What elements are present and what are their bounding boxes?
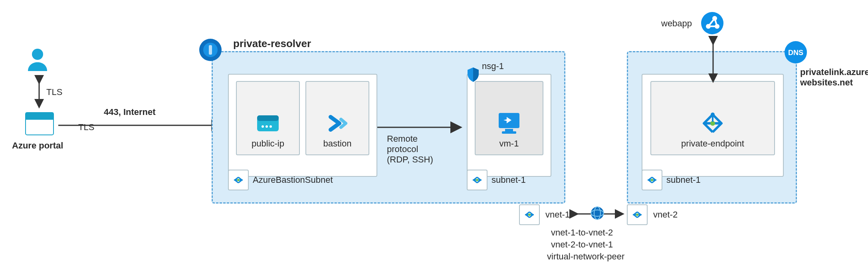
peering-b: vnet-2-to-vnet-1	[551, 239, 613, 250]
svg-point-11	[266, 125, 268, 128]
dns-badge-icon: DNS	[784, 40, 808, 64]
vnet1-subnet1-box: vm-1 nsg-1 subnet-1	[467, 74, 551, 177]
svg-rect-16	[505, 129, 513, 131]
vnet2-tag: vnet-2	[627, 204, 678, 225]
vm-icon	[495, 110, 523, 135]
portal-icon	[25, 112, 54, 136]
svg-rect-7	[209, 45, 212, 55]
arrow-bastion-to-vm	[377, 123, 465, 132]
private-resolver-title: private-resolver	[233, 38, 311, 50]
private-resolver-badge-icon	[198, 38, 222, 62]
svg-rect-3	[26, 113, 54, 120]
bastion-icon	[323, 111, 352, 135]
peering-a: vnet-1-to-vnet-2	[551, 227, 613, 238]
svg-point-31	[701, 12, 723, 34]
azure-bastion-subnet-box: public-ip bastion AzureBastionSubnet	[228, 74, 377, 177]
svg-rect-9	[257, 115, 279, 121]
bastion-card: bastion	[305, 81, 369, 155]
svg-point-19	[528, 214, 531, 216]
webapp-icon	[700, 10, 725, 36]
svg-point-10	[262, 125, 264, 128]
svg-point-27	[651, 179, 653, 181]
arrow-user-to-portal	[36, 76, 42, 108]
svg-point-30	[636, 214, 638, 216]
vnet1-name: vnet-1	[545, 210, 570, 220]
vnet2-subnet1-label: subnet-1	[666, 175, 701, 185]
private-endpoint-label: private-endpoint	[681, 138, 744, 149]
vnet-icon	[519, 204, 540, 225]
svg-point-0	[32, 49, 43, 60]
tls-label-vertical: TLS	[46, 87, 62, 97]
vm1-card: vm-1	[475, 81, 543, 155]
vnet1-tag: vnet-1	[519, 204, 570, 225]
peering-c: virtual-network-peer	[547, 251, 624, 262]
svg-point-21	[591, 207, 604, 220]
public-ip-card: public-ip	[236, 81, 300, 155]
azure-bastion-subnet-label: AzureBastionSubnet	[253, 175, 333, 185]
nsg-label: nsg-1	[482, 61, 504, 71]
vm1-label: vm-1	[499, 138, 519, 149]
private-endpoint-icon	[698, 111, 727, 135]
private-endpoint-card: private-endpoint	[650, 81, 775, 155]
subnet-icon	[642, 170, 662, 190]
svg-point-12	[270, 125, 272, 128]
globe-icon	[590, 206, 604, 220]
public-ip-icon	[254, 111, 282, 135]
vnet1-subnet1-tag: subnet-1	[467, 170, 526, 190]
svg-point-18	[476, 179, 478, 181]
public-ip-label: public-ip	[252, 138, 284, 149]
arrow-webapp-to-pe	[710, 38, 716, 81]
dns-zone-label: privatelink.azure websites.net	[800, 67, 868, 88]
user-icon	[25, 47, 50, 73]
vnet-1-box: public-ip bastion AzureBastionSubnet Re	[212, 51, 565, 204]
vnet2-subnet1-box: private-endpoint subnet-1	[642, 74, 784, 177]
vnet-icon	[627, 204, 648, 225]
svg-point-13	[237, 179, 240, 181]
subnet-icon	[467, 170, 488, 190]
vnet2-subnet1-tag: subnet-1	[642, 170, 701, 190]
shield-icon	[466, 67, 480, 83]
vnet2-name: vnet-2	[653, 210, 678, 220]
portal-conn-443-label: 443, Internet	[104, 107, 156, 117]
azure-portal-title: Azure portal	[12, 140, 63, 151]
webapp-label: webapp	[661, 18, 692, 29]
vnet1-subnet1-label: subnet-1	[491, 175, 526, 185]
portal-conn-tls-label: TLS	[78, 122, 94, 133]
svg-text:DNS: DNS	[788, 49, 803, 57]
subnet-icon	[228, 170, 249, 190]
svg-rect-17	[502, 131, 516, 134]
nsg-badge	[466, 67, 480, 83]
azure-bastion-subnet-tag: AzureBastionSubnet	[228, 170, 333, 190]
remote-protocol-label: Remote protocol (RDP, SSH)	[387, 134, 433, 165]
bastion-label: bastion	[323, 138, 352, 149]
